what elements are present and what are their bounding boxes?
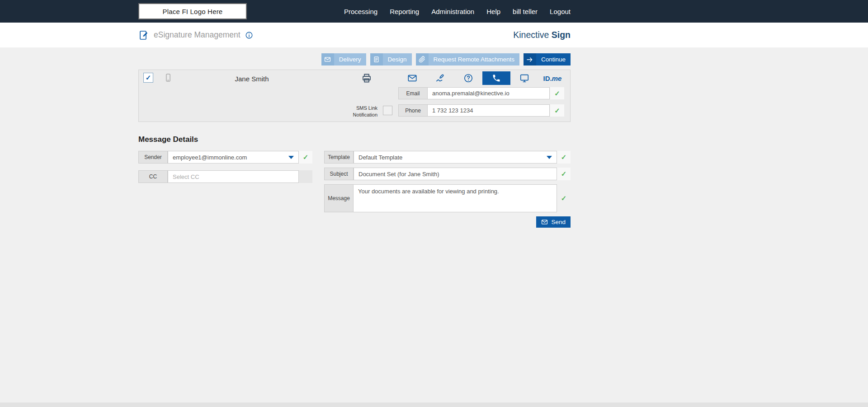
sender-value: employee1@immonline.com	[173, 154, 247, 161]
phone-status-check: ✓	[550, 104, 564, 117]
delivery-idme-tab[interactable]: ID.me	[538, 71, 566, 85]
check-glyph: ✓	[561, 194, 567, 202]
phone-label: Phone	[398, 104, 428, 117]
chevron-down-icon	[288, 156, 294, 159]
phone-input[interactable]	[428, 104, 550, 117]
chevron-down-icon	[547, 156, 552, 159]
template-value: Default Template	[359, 154, 402, 161]
details-left-column: Sender employee1@immonline.com ✓ CC	[138, 151, 312, 190]
page-title: eSignature Management	[154, 30, 241, 40]
delivery-email-tab[interactable]	[398, 71, 426, 85]
subject-input[interactable]	[354, 168, 557, 180]
sender-dropdown[interactable]: employee1@immonline.com	[168, 151, 299, 164]
mobile-icon	[164, 73, 173, 82]
template-label: Template	[324, 151, 354, 164]
email-label: Email	[398, 87, 428, 99]
request-remote-attachments-button[interactable]: Request Remote Attachments	[416, 53, 519, 65]
sms-link-notification-label: SMS Link Notification	[347, 105, 377, 119]
cc-status-cell	[299, 170, 312, 183]
nav-processing[interactable]: Processing	[344, 8, 377, 15]
sender-row: Sender employee1@immonline.com ✓	[138, 151, 312, 164]
delivery-kiosk-tab[interactable]	[510, 71, 538, 85]
cc-row: CC	[138, 170, 312, 183]
phone-icon	[492, 74, 501, 83]
continue-button[interactable]: Continue	[524, 53, 571, 65]
email-input[interactable]	[428, 87, 550, 99]
email-status-check: ✓	[550, 87, 564, 99]
envelope-icon	[321, 53, 334, 65]
nav-reporting[interactable]: Reporting	[390, 8, 419, 15]
delivery-esign-tab[interactable]	[426, 71, 454, 85]
template-row: Template Default Template ✓	[324, 151, 571, 164]
message-label: Message	[324, 184, 354, 212]
sms-link-checkbox[interactable]	[383, 106, 392, 115]
signature-pen-icon	[435, 73, 445, 83]
check-glyph: ✓	[146, 74, 151, 82]
check-glyph: ✓	[561, 170, 567, 178]
check-glyph: ✓	[303, 153, 309, 161]
envelope-icon	[407, 73, 417, 83]
send-row: Send	[324, 216, 571, 228]
nav-help[interactable]: Help	[486, 8, 500, 15]
message-row: Message Your documents are available for…	[324, 184, 571, 212]
subject-row: Subject ✓	[324, 168, 571, 180]
page-header: eSignature Management Kinective Sign	[0, 23, 868, 47]
footer-bar	[0, 402, 868, 407]
template-dropdown[interactable]: Default Template	[354, 151, 557, 164]
subject-status-check: ✓	[557, 168, 571, 180]
esignature-document-icon	[138, 30, 149, 41]
nav-administration[interactable]: Administration	[431, 8, 474, 15]
cc-input[interactable]	[168, 170, 299, 183]
top-nav: Processing Reporting Administration Help…	[344, 8, 571, 15]
idme-logo: ID.me	[543, 75, 562, 82]
message-details-section: Sender employee1@immonline.com ✓ CC Temp…	[138, 151, 571, 228]
send-button[interactable]: Send	[536, 216, 571, 228]
cc-label: CC	[138, 170, 168, 183]
printer-icon[interactable]	[361, 73, 372, 84]
delivery-method-tabs: ID.me	[398, 71, 566, 85]
sender-status-check: ✓	[299, 151, 312, 164]
recipient-card: ✓ Jane Smith	[138, 70, 571, 122]
actions-row: Delivery Design Request Remote Attachmen…	[138, 53, 571, 65]
question-circle-icon	[463, 73, 473, 83]
details-right-column: Template Default Template ✓ Subject ✓ Me…	[324, 151, 571, 228]
nav-logout[interactable]: Logout	[550, 8, 571, 15]
check-glyph: ✓	[554, 89, 560, 98]
recipient-name: Jane Smith	[207, 75, 297, 83]
delivery-button[interactable]: Delivery	[321, 53, 366, 65]
recipient-checkbox[interactable]: ✓	[143, 73, 153, 83]
subject-label: Subject	[324, 168, 354, 180]
template-status-check: ✓	[557, 151, 571, 164]
main-area: Delivery Design Request Remote Attachmen…	[138, 47, 571, 228]
check-glyph: ✓	[561, 153, 567, 161]
brand-logo: Kinective Sign	[513, 30, 571, 40]
message-details-heading: Message Details	[138, 135, 571, 144]
document-icon	[370, 53, 383, 65]
fi-logo-placeholder: Place FI Logo Here	[138, 3, 247, 19]
nav-user[interactable]: bill teller	[513, 8, 538, 15]
delivery-question-tab[interactable]	[454, 71, 482, 85]
message-status-check: ✓	[557, 192, 571, 205]
info-icon[interactable]	[245, 31, 253, 39]
design-button[interactable]: Design	[370, 53, 412, 65]
arrow-right-icon	[524, 53, 536, 65]
check-glyph: ✓	[554, 107, 560, 115]
message-textarea[interactable]: Your documents are available for viewing…	[354, 184, 557, 212]
top-bar: Place FI Logo Here Processing Reporting …	[0, 0, 868, 23]
delivery-phone-tab[interactable]	[482, 71, 510, 85]
paperclip-icon	[416, 53, 429, 65]
kiosk-icon	[519, 73, 529, 83]
phone-row: Phone ✓	[398, 104, 564, 117]
email-row: Email ✓	[398, 87, 564, 99]
sender-label: Sender	[138, 151, 168, 164]
envelope-icon	[541, 219, 548, 225]
